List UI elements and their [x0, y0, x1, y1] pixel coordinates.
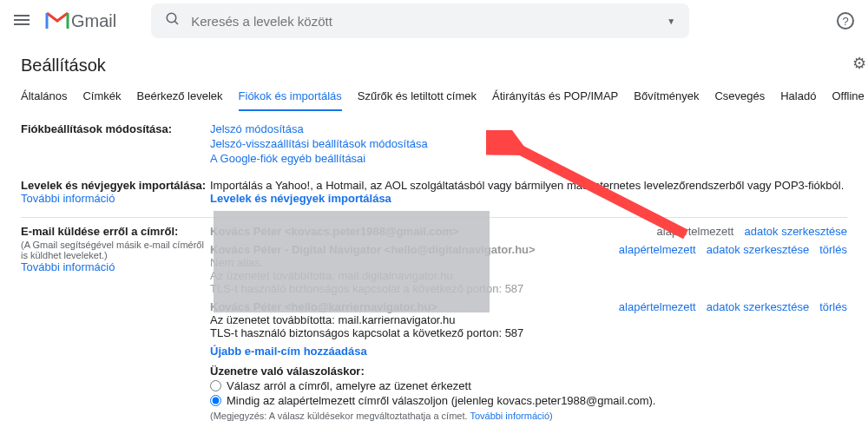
sendas-2-fw: Az üzenetet továbbította: mail.digitalna… — [210, 269, 619, 282]
change-password-link[interactable]: Jelszó módosítása — [210, 122, 847, 135]
tab-offline[interactable]: Offline — [832, 82, 864, 111]
sendas-1-edit[interactable]: adatok szerkesztése — [744, 225, 847, 238]
other-settings-link[interactable]: A Google-fiók egyéb beállításai — [210, 152, 847, 165]
search-bar[interactable]: ▼ — [151, 3, 689, 38]
section2-label: Levelek és névjegyek importálása: — [21, 179, 206, 192]
help-icon[interactable]: ? — [837, 12, 854, 30]
tab-filters[interactable]: Szűrők és letiltott címek — [358, 82, 477, 111]
menu-icon[interactable] — [14, 12, 31, 30]
logo-text: Gmail — [71, 11, 116, 31]
gmail-m-icon — [45, 11, 69, 30]
sendas-3-tls: TLS-t használó biztonságos kapcsolat a k… — [210, 326, 619, 339]
reply-opt1-label: Válasz arról a címről, amelyre az üzenet… — [227, 379, 471, 392]
import-more-info[interactable]: További információ — [21, 192, 115, 205]
recovery-link[interactable]: Jelszó-visszaállítási beállítások módosí… — [210, 137, 847, 150]
import-text: Importálás a Yahoo!, a Hotmail, az AOL s… — [210, 179, 847, 192]
reply-label: Üzenetre való válaszoláskor: — [210, 365, 365, 378]
tab-labels[interactable]: Címkék — [82, 82, 121, 111]
section3-sub: (A Gmail segítségével másik e-mail címér… — [21, 240, 210, 260]
reply-note-link[interactable]: További információ — [470, 411, 549, 421]
search-icon — [165, 11, 181, 30]
tab-inbox[interactable]: Beérkező levelek — [137, 82, 223, 111]
svg-line-1 — [174, 21, 178, 24]
sendas-2-delete[interactable]: törlés — [819, 243, 847, 256]
reply-opt1-radio[interactable] — [210, 380, 221, 391]
sendas-2-alias: Nem alias. — [210, 256, 619, 269]
settings-tabs: Általános Címkék Beérkező levelek Fiókok… — [0, 82, 868, 112]
import-link[interactable]: Levelek és névjegyek importálása — [210, 192, 391, 205]
sendas-3-edit[interactable]: adatok szerkesztése — [707, 300, 810, 313]
tab-forward[interactable]: Átirányítás és POP/IMAP — [492, 82, 618, 111]
section1-label: Fiókbeállítások módosítása: — [21, 122, 172, 135]
page-title: Beállítások — [0, 42, 868, 82]
svg-point-0 — [167, 13, 176, 23]
sendas-1-name: Kovács Péter <kovacs.peter1988@gmail.com… — [210, 225, 459, 238]
add-email-link[interactable]: Újabb e-mail-cím hozzáadása — [210, 345, 367, 358]
sendas-3-default[interactable]: alapértelmezett — [619, 300, 696, 313]
sendas-3-name: Kovács Péter <hello@karriernavigator.hu> — [210, 300, 437, 313]
sendas-more-info[interactable]: További információ — [21, 260, 115, 273]
search-options-icon[interactable]: ▼ — [667, 16, 675, 26]
tab-addons[interactable]: Bővítmények — [634, 82, 699, 111]
reply-note1: (Megjegyzés: A válasz küldésekor megvált… — [210, 411, 470, 421]
sendas-3-delete[interactable]: törlés — [819, 300, 847, 313]
tab-accounts[interactable]: Fiókok és importálás — [239, 82, 342, 111]
tab-chat[interactable]: Csevegés — [714, 82, 765, 111]
search-input[interactable] — [191, 14, 667, 29]
section3-label: E-mail küldése erről a címről: — [21, 225, 178, 238]
tab-advanced[interactable]: Haladó — [780, 82, 816, 111]
reply-note3: ) — [549, 411, 553, 421]
sendas-2-name: Kovács Péter - Digital Navigator <hello@… — [210, 243, 536, 256]
reply-opt2-label: Mindig az alapértelmezett címről válaszo… — [227, 394, 655, 407]
tab-general[interactable]: Általános — [21, 82, 67, 111]
gmail-logo[interactable]: Gmail — [45, 11, 116, 31]
reply-opt2-radio[interactable] — [210, 395, 221, 406]
gear-icon[interactable]: ⚙ — [852, 54, 866, 73]
sendas-3-fw: Az üzenetet továbbította: mail.karrierna… — [210, 313, 619, 326]
sendas-2-edit[interactable]: adatok szerkesztése — [707, 243, 810, 256]
sendas-2-tls: TLS-t használó biztonságos kapcsolat a k… — [210, 282, 619, 295]
sendas-1-default: alapértelmezett — [657, 225, 734, 238]
sendas-2-default[interactable]: alapértelmezett — [619, 243, 696, 256]
